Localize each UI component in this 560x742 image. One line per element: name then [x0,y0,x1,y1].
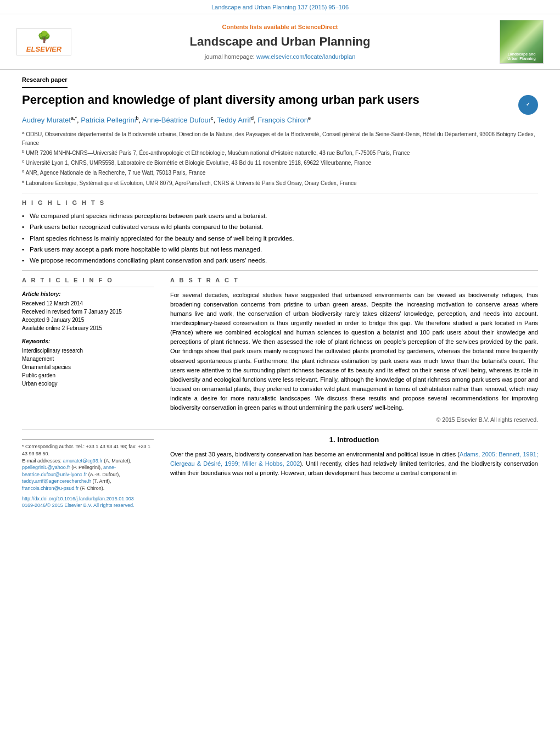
sciencedirect-brand[interactable]: ScienceDirect [298,24,338,30]
crossmark-area: ✓ [518,95,538,115]
keyword-4: Public garden [22,372,154,380]
divider-2 [22,270,538,271]
main-content: Research paper Perception and knowledge … [0,70,560,514]
article-info-title: A R T I C L E I N F O [22,276,154,287]
journal-title: Landscape and Urban Planning [77,34,483,51]
affil-d: d ANR, Agence Nationale de la Recherche,… [22,168,538,177]
issn-text: 0169-2046/© 2015 Elsevier B.V. All right… [22,503,134,508]
doi-section: http://dx.doi.org/10.1016/j.landurbplan.… [22,495,154,509]
ref-link[interactable]: Adams, 2005; Bennett, 1991; Clergeau & D… [170,451,538,467]
journal-reference-bar: Landscape and Urban Planning 137 (2015) … [0,0,560,14]
info-abstract-section: A R T I C L E I N F O Article history: R… [22,276,538,424]
author-sup-e: e [308,115,311,121]
affil-a: a ODBU, Observatoire départemental de la… [22,130,538,147]
keyword-3: Ornamental species [22,364,154,371]
author-sup-c: c [211,115,214,121]
article-type-label: Research paper [22,76,68,87]
highlights-label: H I G H L I G H T S [22,199,538,207]
author-sup-d: d [251,115,254,121]
keywords-label: Keywords: [22,338,154,345]
abstract-title: A B S T R A C T [170,276,538,287]
email-link-pellegrini[interactable]: ppellegrini1@yahoo.fr [22,465,70,470]
footnotes: * Corresponding author. Tel.: +33 1 43 9… [22,439,154,492]
abstract-column: A B S T R A C T For several decades, eco… [170,276,538,424]
available-date: Available online 2 February 2015 [22,325,154,332]
article-history: Article history: Received 12 March 2014 … [22,291,154,332]
introduction-section: * Corresponding author. Tel.: +33 1 43 9… [22,435,538,509]
cover-label: Landscape and Urban Planning [502,52,541,62]
highlight-item: Park users better recognized cultivated … [22,222,538,231]
affil-e: e Laboratoire Ecologie, Systématique et … [22,178,538,187]
highlight-item: Park users may accept a park more hospit… [22,245,538,254]
keywords-section: Keywords: Interdisciplinary research Man… [22,338,154,388]
elsevier-tree-icon: 🌳 [37,29,51,44]
page: Landscape and Urban Planning 137 (2015) … [0,0,560,742]
introduction-text-column: 1. Introduction Over the past 30 years, … [170,435,538,509]
elsevier-logo-area: 🌳 ELSEVIER [16,28,77,55]
article-title: Perception and knowledge of plant divers… [22,92,510,108]
header-center: Contents lists available at ScienceDirec… [77,23,483,62]
highlight-item: Plant species richness is mainly appreci… [22,234,538,243]
highlight-item: We compared plant species richness perce… [22,211,538,220]
received-date: Received 12 March 2014 [22,300,154,308]
header: 🌳 ELSEVIER Contents lists available at S… [0,14,560,70]
introduction-paragraph: Over the past 30 years, biodiversity con… [170,450,538,478]
highlight-item: We propose recommendations conciliating … [22,256,538,265]
crossmark-badge[interactable]: ✓ [518,95,538,115]
title-row: Perception and knowledge of plant divers… [22,92,538,115]
article-info-column: A R T I C L E I N F O Article history: R… [22,276,154,424]
abstract-copyright: © 2015 Elsevier B.V. All rights reserved… [170,416,538,424]
author-muratet[interactable]: Audrey Muratet [22,116,71,124]
affil-b: b UMR 7206 MNHN-CNRS—Université Paris 7,… [22,148,538,157]
highlights-list: We compared plant species richness perce… [22,211,538,264]
author-pellegrini[interactable]: Patricia Pellegrini [81,116,136,124]
doi-link[interactable]: http://dx.doi.org/10.1016/j.landurbplan.… [22,496,134,501]
author-sup-b: b [136,115,139,121]
intro-left-footnotes: * Corresponding author. Tel.: +33 1 43 9… [22,435,154,509]
revised-date: Received in revised form 7 January 2015 [22,308,154,316]
journal-ref-text: Landscape and Urban Planning 137 (2015) … [211,4,349,10]
corresponding-author-note: * Corresponding author. Tel.: +33 1 43 9… [22,443,154,457]
divider-1 [22,193,538,193]
author-dufour[interactable]: Anne-Béatrice Dufour [142,116,211,124]
email-label: E-mail addresses: [22,458,61,464]
email-link-chiron[interactable]: francois.chiron@u-psud.fr [22,486,79,491]
divider-3 [22,429,538,429]
sciencedirect-link: Contents lists available at ScienceDirec… [77,23,483,31]
email-link-muratet[interactable]: amuratet@cg93.fr [63,458,103,464]
header-right: Landscape and Urban Planning [483,20,544,64]
elsevier-brand: ELSEVIER [26,44,61,54]
author-sup-a: a,* [71,115,77,121]
author-chiron[interactable]: François Chiron [257,116,308,124]
email-addresses: E-mail addresses: amuratet@cg93.fr (A. M… [22,458,154,492]
email-link-arrif[interactable]: teddy.arrif@agencerecherche.fr [22,478,91,484]
accepted-date: Accepted 9 January 2015 [22,316,154,324]
elsevier-logo: 🌳 ELSEVIER [16,28,71,55]
abstract-text: For several decades, ecological studies … [170,291,538,412]
homepage-link[interactable]: www.elsevier.com/locate/landurbplan [256,53,355,60]
journal-homepage: journal homepage: www.elsevier.com/locat… [77,53,483,61]
keyword-1: Interdisciplinary research [22,347,154,355]
history-label: Article history: [22,291,154,298]
keyword-5: Urban ecology [22,380,154,388]
authors-line: Audrey Murateta,*, Patricia Pellegrinib,… [22,115,538,126]
keyword-2: Management [22,355,154,363]
journal-cover-thumbnail: Landscape and Urban Planning [500,20,544,64]
affil-c: c Université Lyon 1, CNRS, UMR5558, Labo… [22,158,538,167]
introduction-heading: 1. Introduction [170,435,538,445]
author-arrif[interactable]: Teddy Arrif [217,116,251,124]
affiliations: a ODBU, Observatoire départemental de la… [22,130,538,187]
